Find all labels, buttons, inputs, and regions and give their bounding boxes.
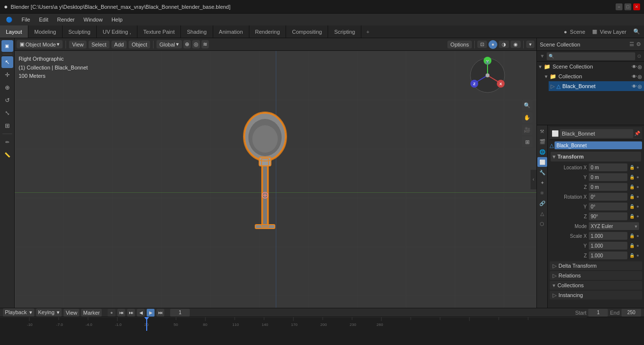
anim-z-dot[interactable]: ●: [637, 184, 639, 189]
object-hide-icon[interactable]: 👁: [632, 84, 637, 89]
object-tab[interactable]: ⬜: [537, 157, 547, 167]
solid-shading-btn[interactable]: ●: [489, 40, 497, 49]
scene-tab[interactable]: 🎬: [537, 137, 547, 146]
global-transform-btn[interactable]: Global▾: [156, 40, 182, 48]
help-menu[interactable]: Help: [108, 16, 127, 23]
filter-btn[interactable]: ▼: [539, 52, 546, 60]
lock-sx-icon[interactable]: 🔒: [629, 233, 635, 238]
play-btn[interactable]: ▶: [147, 309, 155, 317]
scale-z-input[interactable]: 1.000: [589, 252, 627, 259]
scale-y-input[interactable]: 1.000: [589, 242, 627, 250]
anim-ry-dot[interactable]: ●: [637, 204, 639, 209]
data-name-label[interactable]: Black_Bonnet: [556, 143, 587, 148]
marker-menu[interactable]: Marker: [81, 309, 102, 317]
tab-uv-editing[interactable]: UV Editing ,: [97, 25, 137, 38]
minimize-button[interactable]: −: [616, 3, 622, 10]
tab-rendering[interactable]: Rendering: [249, 25, 287, 38]
location-y-input[interactable]: 0 m: [589, 173, 627, 181]
transform-header[interactable]: ▾ Transform: [551, 152, 641, 161]
lock-rz-icon[interactable]: 🔒: [629, 214, 635, 219]
current-frame-input[interactable]: 1: [170, 309, 190, 317]
viewport-shading-props[interactable]: ▾: [526, 41, 534, 48]
timeline-body[interactable]: -10 -7.0 -4.0 -1.0 20 50 80 110 140 170 …: [0, 317, 644, 345]
rotation-x-input[interactable]: 0°: [589, 193, 627, 201]
anim-y-dot[interactable]: ●: [637, 175, 639, 180]
close-button[interactable]: ✕: [633, 3, 640, 10]
tab-scripting[interactable]: Scripting: [328, 25, 361, 38]
location-x-input[interactable]: 0 m: [589, 163, 627, 171]
object-name-display[interactable]: Black_Bonnet: [560, 129, 633, 138]
view-menu-btn[interactable]: View: [69, 41, 87, 48]
collection-hide-icon[interactable]: 👁: [632, 74, 637, 79]
sync-icon[interactable]: ⊙: [636, 52, 642, 60]
record-btn[interactable]: ●: [108, 309, 115, 317]
lock-rx-icon[interactable]: 🔒: [629, 194, 635, 199]
edit-menu[interactable]: Edit: [35, 16, 52, 23]
measure-tool[interactable]: 📏: [1, 149, 13, 161]
location-z-input[interactable]: 0 m: [589, 183, 627, 191]
add-workspace-button[interactable]: +: [361, 25, 374, 38]
prev-keyframe-btn[interactable]: ⏭: [127, 309, 135, 317]
end-frame-input[interactable]: 250: [622, 309, 641, 317]
render-menu[interactable]: Render: [53, 16, 79, 23]
pan-icon[interactable]: ✋: [522, 112, 533, 123]
instancing-header[interactable]: ▷ Instancing: [550, 291, 642, 299]
scene-collection-hide-icon[interactable]: 👁: [632, 64, 637, 69]
keying-menu[interactable]: Keying ▾: [36, 308, 62, 317]
lock-sy-icon[interactable]: 🔒: [629, 243, 635, 248]
next-frame-btn[interactable]: ⏭: [156, 309, 164, 317]
camera-icon[interactable]: 🎥: [522, 124, 533, 135]
3d-viewport[interactable]: Right Orthographic (1) Collection | Blac…: [15, 51, 536, 308]
constraints-tab[interactable]: 🔗: [537, 198, 547, 208]
tab-animation[interactable]: Animation: [213, 25, 249, 38]
proportional-btn[interactable]: ◎: [192, 40, 200, 48]
outliner-collection[interactable]: ▾ 📁 Collection 👁 ◎: [543, 71, 644, 81]
snap-btn[interactable]: ⊕: [183, 40, 191, 48]
move-tool[interactable]: ⊕: [1, 82, 13, 93]
cursor-tool[interactable]: ✛: [1, 69, 13, 81]
collections-header[interactable]: ▾ Collections: [550, 281, 642, 290]
tab-sculpting[interactable]: Sculpting: [63, 25, 97, 38]
data-tab[interactable]: △: [537, 208, 547, 218]
select-menu-btn[interactable]: Select: [89, 41, 110, 48]
lock-z-icon[interactable]: 🔒: [629, 184, 635, 189]
anim-rx-dot[interactable]: ●: [637, 194, 639, 199]
anim-dot[interactable]: ●: [637, 165, 639, 170]
outliner-scene-collection[interactable]: ▾ 📁 Scene Collection 👁 ◎: [537, 62, 644, 71]
playback-menu[interactable]: Playback ▾: [3, 308, 34, 317]
outliner-black-bonnet[interactable]: ▷ △ Black_Bonnet 👁 ◎: [549, 81, 644, 91]
prev-frame-btn[interactable]: ◀: [137, 309, 145, 317]
delta-transform-header[interactable]: ▷ Delta Transform: [550, 261, 642, 270]
wireframe-shading-btn[interactable]: ⊡: [477, 41, 487, 48]
lock-sz-icon[interactable]: 🔒: [629, 253, 635, 258]
view-menu[interactable]: View: [64, 309, 79, 317]
options-btn[interactable]: Options: [447, 41, 472, 48]
scene-selector[interactable]: Scene: [570, 29, 585, 35]
lock-y-icon[interactable]: 🔒: [629, 175, 635, 180]
filter-icon[interactable]: 🔍: [633, 28, 640, 35]
tab-layout[interactable]: Layout: [0, 25, 28, 38]
select-tool[interactable]: ↖: [1, 56, 13, 68]
zoom-to-fit-icon[interactable]: 🔍: [522, 100, 533, 111]
mirror-btn[interactable]: ≋: [201, 40, 209, 48]
add-menu-btn[interactable]: Add: [111, 41, 127, 48]
viewport-collapse-handle[interactable]: ‹: [531, 170, 536, 189]
rotation-mode-select[interactable]: XYZ Euler ▾: [589, 222, 639, 230]
anim-sy-dot[interactable]: ●: [637, 243, 639, 248]
active-tool-tab[interactable]: ⚒: [537, 126, 547, 136]
mode-selector[interactable]: ▣: [1, 40, 13, 52]
object-render-icon[interactable]: ◎: [638, 84, 642, 89]
tab-modeling[interactable]: Modeling: [28, 25, 63, 38]
anim-rz-dot[interactable]: ●: [637, 214, 639, 219]
render-shading-btn[interactable]: ◉: [511, 41, 521, 48]
rotate-tool[interactable]: ↺: [1, 94, 13, 106]
collection-render-icon[interactable]: ◎: [638, 74, 642, 79]
object-mode-selector[interactable]: ▣ Object Mode ▾: [17, 40, 63, 48]
lock-ry-icon[interactable]: 🔒: [629, 204, 635, 209]
display-icon[interactable]: ⊞: [522, 137, 533, 147]
object-menu-btn[interactable]: Object: [129, 41, 150, 48]
axis-gizmo[interactable]: Y X Z: [468, 56, 507, 96]
view-layer-selector[interactable]: View Layer: [600, 29, 626, 35]
window-menu[interactable]: Window: [80, 16, 107, 23]
scale-tool[interactable]: ⤡: [1, 107, 13, 119]
